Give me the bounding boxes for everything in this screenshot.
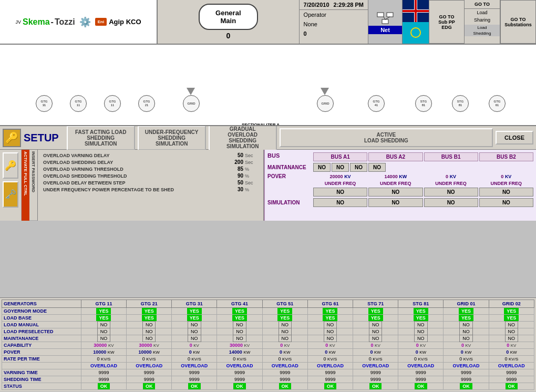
bus-b1-maint-no[interactable]: NO [350, 163, 367, 172]
cell-yes[interactable]: YES [232, 315, 247, 321]
cell-no[interactable]: NO [324, 321, 337, 328]
cell-no[interactable]: NO [505, 321, 519, 328]
cell-no[interactable]: NO [459, 321, 473, 328]
cell-no[interactable]: NO [505, 335, 519, 342]
cell-yes[interactable]: YES [232, 308, 247, 314]
fast-acting-button[interactable]: FAST ACTING LOADSHEDDING SIMULATION [67, 126, 135, 150]
cell-no[interactable]: NO [188, 335, 201, 342]
power-unit: KW [243, 350, 250, 355]
cell-no[interactable]: NO [97, 328, 111, 335]
cell-yes[interactable]: YES [142, 308, 157, 314]
bus-a1-uf-no[interactable]: NO [313, 188, 367, 197]
goto-sub-pp-button[interactable]: GO TO Sub PP EDG [429, 0, 465, 44]
bus-panel: BUS BUS A1 BUS A2 BUS B1 BUS B2 MAINTANA… [264, 150, 536, 221]
general-main-button[interactable]: General Main [199, 4, 257, 30]
cap-val: 30000 [139, 343, 152, 348]
cell-no[interactable]: NO [279, 321, 292, 328]
bus-a2-sim-no[interactable]: NO [368, 198, 422, 207]
cell-no[interactable]: NO [97, 335, 111, 342]
net-label[interactable]: Net [368, 26, 402, 34]
gen-cell-r2-c6: NO [353, 322, 398, 328]
overload-row: SHEDDING TIME999999999999999999999999999… [2, 376, 534, 383]
comp2 [53, 125, 59, 126]
svg-rect-2 [382, 19, 388, 24]
cell-no[interactable]: NO [188, 321, 201, 328]
overload-val-0-6: 9999 [370, 370, 381, 375]
bus-a2-uf-no[interactable]: NO [368, 188, 422, 197]
none-row: None [300, 19, 368, 29]
cell-yes[interactable]: YES [277, 308, 292, 314]
bus-b2-sim-no[interactable]: NO [479, 198, 533, 207]
comp8 [163, 125, 169, 126]
rate-val: 0 [188, 356, 190, 362]
comp4 [95, 125, 101, 126]
cell-no[interactable]: NO [369, 321, 383, 328]
active-load-shedding-button[interactable]: ACTIVELOAD SHEDDING [280, 128, 493, 147]
cell-yes[interactable]: YES [187, 308, 202, 314]
cell-no[interactable]: NO [324, 335, 337, 342]
cell-yes[interactable]: YES [96, 308, 111, 314]
cell-no[interactable]: NO [414, 335, 428, 342]
cell-yes[interactable]: YES [142, 315, 157, 321]
cell-no[interactable]: NO [97, 321, 111, 328]
bus-b1-sim-no[interactable]: NO [424, 198, 478, 207]
cell-yes[interactable]: YES [187, 315, 202, 321]
cell-no[interactable]: NO [459, 335, 473, 342]
gen-cell-r5-c4: 0 KV [262, 342, 307, 349]
cell-no[interactable]: NO [142, 328, 156, 335]
bus-a1-maint-no[interactable]: NO [313, 163, 331, 172]
cell-yes[interactable]: YES [504, 308, 519, 314]
bus-b2-maint-no[interactable]: NO [368, 163, 386, 172]
bus-a1-sim-no[interactable]: NO [313, 198, 367, 207]
table-row: LOAD BASEYESYESYESYESYESYESYESYESYESYES [2, 315, 534, 322]
cell-no[interactable]: NO [142, 335, 156, 342]
under-freq-button[interactable]: UNDER-FREQUENCYSHEDDING SIMULATION [138, 126, 206, 150]
logo-tozzi: Tozzi [55, 17, 75, 27]
cell-yes[interactable]: YES [277, 315, 292, 321]
cell-no[interactable]: NO [414, 328, 428, 335]
cell-no[interactable]: NO [233, 321, 246, 328]
bus-b1-uf-no[interactable]: NO [424, 188, 478, 197]
gen-cell-r3-c1: NO [127, 328, 172, 335]
cell-yes[interactable]: YES [368, 308, 383, 314]
cell-no[interactable]: NO [459, 328, 473, 335]
cell-no[interactable]: NO [369, 335, 383, 342]
close-button[interactable]: CLOSE [496, 131, 533, 145]
rate-unit: KV/S [146, 357, 156, 362]
gen-cell-r5-c2: 0 KV [172, 342, 217, 349]
cap-unit: KV [108, 343, 114, 348]
gen-cell-r6-c2: 0 KW [172, 349, 217, 356]
goto-load-sharing[interactable]: GO TO Load Sharing Load Shedding [465, 0, 500, 44]
cell-no[interactable]: NO [414, 321, 428, 328]
gradual-overload-button[interactable]: GRADUAL OVERLOADSHEDDING SIMULATION [209, 122, 277, 153]
overload-col-5: OVERLOAD [307, 363, 353, 369]
cell-no[interactable]: NO [188, 328, 201, 335]
goto-substations-button[interactable]: GO TO Substations [500, 0, 536, 44]
cap-unit: KV [420, 343, 426, 348]
stg81b-circle: STG81 [452, 95, 469, 112]
overload-val-1-7: 9999 [416, 377, 426, 382]
cell-no[interactable]: NO [233, 328, 246, 335]
bus-a2-maint-no[interactable]: NO [332, 163, 349, 172]
overload-val-0-2: 9999 [189, 370, 200, 375]
goto-label-2[interactable]: GO TO [465, 0, 500, 9]
bus-b2-uf-no[interactable]: NO [479, 188, 533, 197]
cell-yes[interactable]: YES [414, 315, 428, 321]
cell-yes[interactable]: YES [96, 315, 111, 321]
cell-no[interactable]: NO [369, 328, 383, 335]
cell-yes[interactable]: YES [323, 315, 337, 321]
cell-yes[interactable]: YES [368, 315, 383, 321]
cell-no[interactable]: NO [279, 335, 292, 342]
cell-yes[interactable]: YES [323, 308, 337, 314]
overload-cell-0-0: 9999 [81, 369, 126, 376]
cell-yes[interactable]: YES [459, 308, 473, 314]
cap-val: 0 [190, 343, 192, 348]
cell-yes[interactable]: YES [414, 308, 428, 314]
cell-no[interactable]: NO [324, 328, 337, 335]
cell-no[interactable]: NO [505, 328, 519, 335]
cell-yes[interactable]: YES [459, 315, 473, 321]
cell-yes[interactable]: YES [504, 315, 519, 321]
cell-no[interactable]: NO [279, 328, 292, 335]
cell-no[interactable]: NO [233, 335, 246, 342]
cell-no[interactable]: NO [142, 321, 156, 328]
